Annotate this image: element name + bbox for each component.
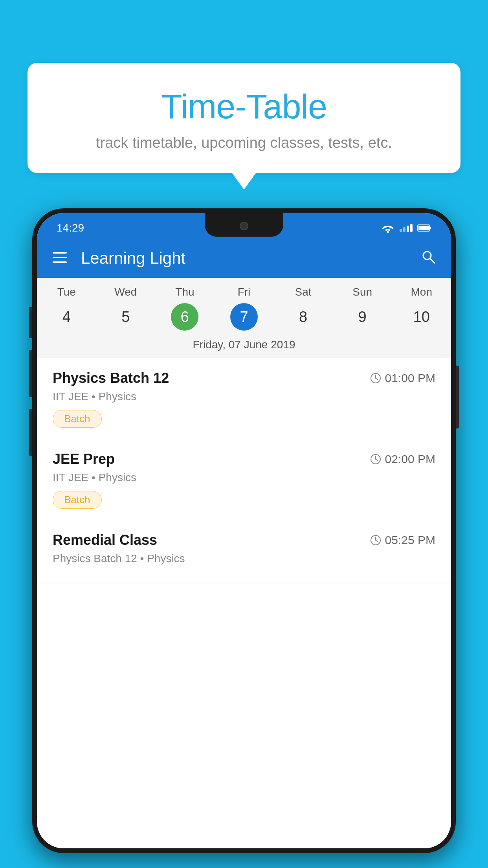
schedule-item-2[interactable]: Remedial Class 05:25 PM Physics Batch 12… [37, 520, 451, 583]
svg-rect-3 [429, 227, 431, 229]
calendar-section: TueWedThuFriSatSunMon 45678910 Friday, 0… [37, 278, 451, 358]
schedule-item-time-1: 02:00 PM [370, 452, 435, 466]
schedule-item-subtitle-2: Physics Batch 12 • Physics [53, 552, 435, 565]
day-number-10[interactable]: 10 [392, 303, 451, 331]
schedule-item-0[interactable]: Physics Batch 12 01:00 PM IIT JEE • Phys… [37, 358, 451, 439]
day-number-5[interactable]: 5 [96, 303, 156, 331]
signal-bars-icon [400, 224, 413, 232]
app-bar: Learning Light [37, 239, 451, 278]
schedule-item-header-0: Physics Batch 12 01:00 PM [53, 370, 435, 386]
schedule-item-header-2: Remedial Class 05:25 PM [53, 532, 435, 548]
svg-line-14 [376, 459, 378, 461]
svg-rect-4 [53, 252, 67, 254]
selected-date-label: Friday, 07 June 2019 [37, 337, 451, 358]
svg-rect-2 [418, 226, 429, 230]
search-button[interactable] [421, 250, 435, 267]
schedule-item-time-0: 01:00 PM [370, 371, 435, 385]
phone-button-left-2 [29, 350, 32, 397]
phone-button-left-3 [29, 409, 32, 456]
phone-button-right [456, 366, 459, 428]
batch-tag-1: Batch [53, 491, 102, 509]
clock-icon-1 [370, 454, 381, 465]
status-icons [381, 223, 431, 233]
phone-notch [205, 213, 283, 237]
day-name-wed: Wed [96, 286, 156, 298]
schedule-item-title-1: JEE Prep [53, 451, 115, 467]
day-names-row: TueWedThuFriSatSunMon [37, 278, 451, 302]
schedule-item-1[interactable]: JEE Prep 02:00 PM IIT JEE • Physics Batc… [37, 439, 451, 520]
schedule-item-subtitle-0: IIT JEE • Physics [53, 390, 435, 403]
svg-line-11 [376, 378, 378, 380]
bubble-subtitle: track timetable, upcoming classes, tests… [47, 134, 441, 151]
day-number-4[interactable]: 4 [37, 303, 96, 331]
schedule-item-title-2: Remedial Class [53, 532, 157, 548]
phone-camera [240, 222, 248, 230]
phone-screen: 14:29 [37, 213, 451, 848]
status-time: 14:29 [57, 222, 84, 234]
schedule-time-text-2: 05:25 PM [385, 533, 435, 547]
speech-bubble-container: Time-Table track timetable, upcoming cla… [28, 63, 460, 173]
schedule-item-time-2: 05:25 PM [370, 533, 435, 547]
schedule-item-header-1: JEE Prep 02:00 PM [53, 451, 435, 467]
svg-rect-5 [53, 257, 67, 258]
day-name-tue: Tue [37, 286, 96, 298]
wifi-icon [381, 223, 395, 233]
batch-tag-0: Batch [53, 410, 102, 428]
schedule-list: Physics Batch 12 01:00 PM IIT JEE • Phys… [37, 358, 451, 848]
battery-icon [417, 224, 431, 232]
day-name-thu: Thu [155, 286, 215, 298]
speech-bubble: Time-Table track timetable, upcoming cla… [28, 63, 460, 173]
day-numbers-row: 45678910 [37, 302, 451, 337]
schedule-item-subtitle-1: IIT JEE • Physics [53, 471, 435, 484]
day-number-8[interactable]: 8 [273, 303, 333, 331]
clock-icon-0 [370, 373, 381, 384]
clock-icon-2 [370, 535, 381, 546]
phone-button-left-1 [29, 307, 32, 338]
phone-outer: 14:29 [32, 208, 456, 853]
schedule-time-text-1: 02:00 PM [385, 452, 435, 466]
day-name-mon: Mon [392, 286, 451, 298]
schedule-item-title-0: Physics Batch 12 [53, 370, 169, 386]
svg-line-17 [376, 540, 378, 542]
day-number-7[interactable]: 7 [215, 303, 274, 331]
day-number-9[interactable]: 9 [333, 303, 392, 331]
hamburger-icon[interactable] [53, 252, 67, 265]
schedule-time-text-0: 01:00 PM [385, 371, 435, 385]
day-name-sun: Sun [333, 286, 392, 298]
phone-mockup: 14:29 [32, 208, 456, 853]
app-title: Learning Light [81, 249, 421, 268]
bubble-title: Time-Table [47, 86, 441, 127]
day-name-sat: Sat [273, 286, 333, 298]
svg-point-0 [387, 231, 389, 233]
day-name-fri: Fri [215, 286, 274, 298]
day-number-6[interactable]: 6 [155, 303, 215, 331]
svg-line-8 [430, 259, 435, 263]
svg-rect-6 [53, 261, 67, 263]
